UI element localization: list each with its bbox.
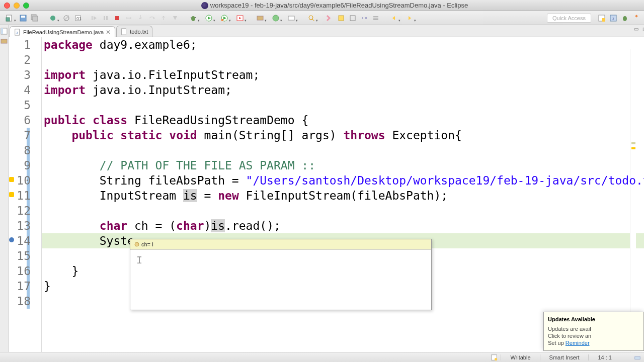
main-toolbar: 01 Quick Access J: [0, 11, 644, 25]
run-button[interactable]: [201, 13, 216, 24]
step-into-button[interactable]: [135, 13, 146, 24]
svg-text:J: J: [16, 31, 18, 34]
coverage-button[interactable]: [217, 13, 232, 24]
tab-label: todo.txt: [130, 29, 148, 35]
drop-frame-button[interactable]: [170, 13, 181, 24]
skip-breakpoints-button[interactable]: [61, 13, 72, 24]
writable-status: Writable: [501, 354, 539, 360]
svg-rect-62: [635, 356, 640, 359]
svg-rect-48: [1, 28, 3, 34]
status-icon[interactable]: [491, 354, 498, 361]
step-over-button[interactable]: [146, 13, 157, 24]
hover-body: I: [130, 249, 431, 310]
build-button[interactable]: 01: [72, 13, 84, 24]
tab-close-button[interactable]: ✕: [106, 29, 111, 36]
disconnect-button[interactable]: [123, 13, 134, 24]
java-file-icon: J: [14, 29, 21, 36]
step-return-button[interactable]: [158, 13, 169, 24]
svg-point-28: [273, 15, 279, 21]
zoom-window-button[interactable]: [23, 3, 29, 9]
svg-rect-3: [21, 16, 25, 18]
save-all-button[interactable]: [29, 13, 40, 24]
nav-back-button[interactable]: [386, 13, 401, 24]
perspective-open-button[interactable]: [596, 13, 607, 24]
trim-icon[interactable]: [634, 354, 641, 361]
suspend-button[interactable]: [100, 13, 111, 24]
minimize-window-button[interactable]: [14, 3, 20, 9]
svg-rect-29: [288, 16, 294, 20]
new-package-button[interactable]: [253, 13, 268, 24]
toggle-mark-button[interactable]: [324, 13, 335, 24]
breakpoint-button[interactable]: [45, 13, 60, 24]
svg-point-30: [309, 16, 313, 20]
svg-point-6: [50, 16, 55, 21]
titlebar: workspace19 - feb-19-java/src/day9/examp…: [0, 0, 644, 11]
updates-notification[interactable]: Updates Available Updates are avail Clic…: [543, 312, 644, 351]
new-class-button[interactable]: [268, 13, 283, 24]
status-bar: Writable Smart Insert 14 : 1: [0, 352, 644, 362]
svg-point-17: [191, 16, 195, 21]
open-type-button[interactable]: [284, 13, 299, 24]
reminder-link[interactable]: Reminder: [566, 340, 590, 346]
minimize-editor-button[interactable]: ▭: [633, 26, 640, 33]
window-controls: [4, 3, 29, 9]
nav-forward-button[interactable]: [402, 13, 417, 24]
svg-rect-35: [365, 17, 367, 19]
svg-marker-16: [153, 17, 155, 19]
updates-text-2: Click to review an: [548, 333, 591, 339]
close-window-button[interactable]: [4, 3, 10, 9]
svg-point-61: [495, 357, 497, 360]
svg-rect-1: [6, 18, 10, 21]
debug-button[interactable]: [186, 13, 201, 24]
package-explorer-icon[interactable]: [0, 37, 8, 45]
svg-marker-40: [409, 16, 411, 20]
restore-view-icon[interactable]: [0, 27, 8, 35]
svg-marker-12: [94, 16, 97, 20]
window-title: workspace19 - feb-19-java/src/day9/examp…: [29, 2, 640, 9]
new-button[interactable]: [2, 13, 17, 24]
window-title-text: workspace19 - feb-19-java/src/day9/examp…: [210, 2, 468, 9]
svg-rect-5: [33, 16, 38, 21]
svg-rect-33: [350, 16, 355, 21]
search-button[interactable]: [304, 13, 319, 24]
maximize-editor-button[interactable]: ◻: [641, 26, 644, 33]
updates-text-3: Set up: [548, 340, 566, 346]
toggle-highlight-button[interactable]: [336, 13, 347, 24]
svg-text:01: 01: [76, 16, 82, 21]
text-file-icon: [121, 28, 128, 35]
quick-access-field[interactable]: Quick Access: [547, 14, 591, 23]
external-run-button[interactable]: [232, 13, 248, 24]
terminate-button[interactable]: [112, 13, 123, 24]
debug-hover-tooltip[interactable]: ch= I I: [130, 239, 432, 310]
cursor-position-status: 14 : 1: [588, 354, 621, 360]
toggle-whitespace-button[interactable]: [359, 13, 370, 24]
svg-rect-27: [257, 16, 263, 20]
updates-title: Updates Available: [548, 316, 639, 322]
hover-value: I: [136, 254, 142, 266]
updates-text-1: Updates are avail: [548, 326, 591, 332]
java-perspective-button[interactable]: J: [608, 13, 619, 24]
svg-line-31: [312, 19, 314, 21]
resume-button[interactable]: [89, 13, 100, 24]
insert-mode-status: Smart Insert: [540, 354, 589, 360]
git-perspective-button[interactable]: [631, 13, 642, 24]
debug-perspective-button[interactable]: [619, 13, 630, 24]
save-button[interactable]: [18, 13, 29, 24]
tab-file-java[interactable]: J FileReadUsingStreamDemo.java ✕: [10, 26, 115, 37]
svg-rect-49: [1, 39, 7, 43]
toggle-block-button[interactable]: [347, 13, 358, 24]
editor-tabs: J FileReadUsingStreamDemo.java ✕ todo.tx…: [9, 25, 644, 37]
show-list-button[interactable]: [370, 13, 381, 24]
folding-bar: [35, 37, 42, 352]
hover-variable-label: ch= I: [141, 241, 153, 247]
svg-point-59: [135, 242, 139, 246]
svg-rect-14: [106, 16, 108, 20]
tab-label: FileReadUsingStreamDemo.java: [23, 29, 104, 35]
left-trim: [0, 25, 9, 352]
variable-icon: [134, 242, 139, 247]
svg-rect-24: [221, 19, 223, 21]
svg-rect-11: [92, 16, 93, 20]
svg-rect-42: [602, 18, 605, 22]
tab-file-txt[interactable]: todo.txt: [116, 26, 152, 37]
svg-rect-52: [122, 28, 126, 34]
